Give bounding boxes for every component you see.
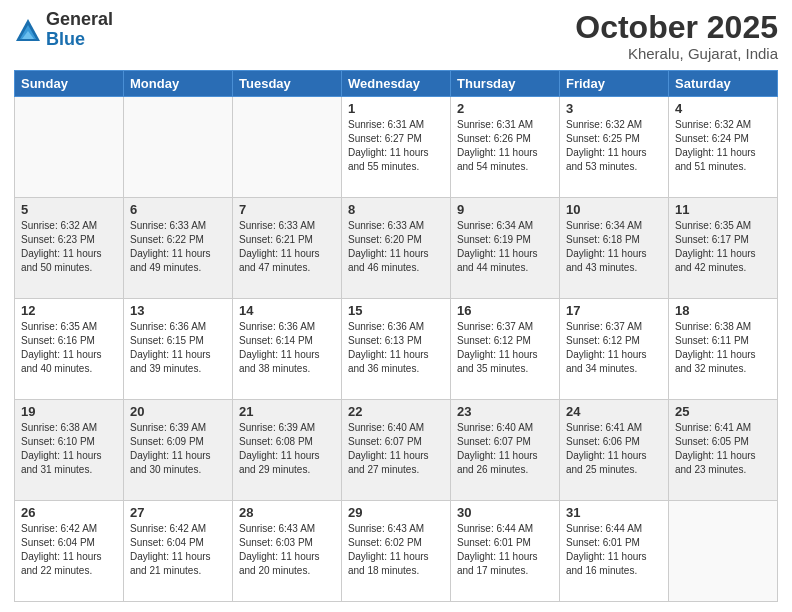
table-row bbox=[15, 97, 124, 198]
header-saturday: Saturday bbox=[669, 71, 778, 97]
day-number: 24 bbox=[566, 404, 662, 419]
table-row: 17Sunrise: 6:37 AM Sunset: 6:12 PM Dayli… bbox=[560, 299, 669, 400]
day-number: 17 bbox=[566, 303, 662, 318]
day-number: 15 bbox=[348, 303, 444, 318]
day-number: 14 bbox=[239, 303, 335, 318]
page: General Blue October 2025 Kheralu, Gujar… bbox=[0, 0, 792, 612]
day-info: Sunrise: 6:36 AM Sunset: 6:13 PM Dayligh… bbox=[348, 320, 444, 376]
day-number: 1 bbox=[348, 101, 444, 116]
day-info: Sunrise: 6:33 AM Sunset: 6:21 PM Dayligh… bbox=[239, 219, 335, 275]
header-friday: Friday bbox=[560, 71, 669, 97]
table-row: 12Sunrise: 6:35 AM Sunset: 6:16 PM Dayli… bbox=[15, 299, 124, 400]
table-row: 27Sunrise: 6:42 AM Sunset: 6:04 PM Dayli… bbox=[124, 501, 233, 602]
day-number: 3 bbox=[566, 101, 662, 116]
header-wednesday: Wednesday bbox=[342, 71, 451, 97]
table-row: 1Sunrise: 6:31 AM Sunset: 6:27 PM Daylig… bbox=[342, 97, 451, 198]
table-row: 5Sunrise: 6:32 AM Sunset: 6:23 PM Daylig… bbox=[15, 198, 124, 299]
table-row: 2Sunrise: 6:31 AM Sunset: 6:26 PM Daylig… bbox=[451, 97, 560, 198]
day-info: Sunrise: 6:40 AM Sunset: 6:07 PM Dayligh… bbox=[348, 421, 444, 477]
day-number: 30 bbox=[457, 505, 553, 520]
logo: General Blue bbox=[14, 10, 113, 50]
day-number: 31 bbox=[566, 505, 662, 520]
table-row: 16Sunrise: 6:37 AM Sunset: 6:12 PM Dayli… bbox=[451, 299, 560, 400]
table-row: 3Sunrise: 6:32 AM Sunset: 6:25 PM Daylig… bbox=[560, 97, 669, 198]
table-row: 22Sunrise: 6:40 AM Sunset: 6:07 PM Dayli… bbox=[342, 400, 451, 501]
day-info: Sunrise: 6:35 AM Sunset: 6:16 PM Dayligh… bbox=[21, 320, 117, 376]
table-row: 10Sunrise: 6:34 AM Sunset: 6:18 PM Dayli… bbox=[560, 198, 669, 299]
day-info: Sunrise: 6:31 AM Sunset: 6:27 PM Dayligh… bbox=[348, 118, 444, 174]
header-sunday: Sunday bbox=[15, 71, 124, 97]
header-thursday: Thursday bbox=[451, 71, 560, 97]
day-info: Sunrise: 6:34 AM Sunset: 6:19 PM Dayligh… bbox=[457, 219, 553, 275]
day-number: 2 bbox=[457, 101, 553, 116]
day-number: 16 bbox=[457, 303, 553, 318]
day-info: Sunrise: 6:36 AM Sunset: 6:15 PM Dayligh… bbox=[130, 320, 226, 376]
table-row bbox=[669, 501, 778, 602]
table-row: 4Sunrise: 6:32 AM Sunset: 6:24 PM Daylig… bbox=[669, 97, 778, 198]
table-row: 25Sunrise: 6:41 AM Sunset: 6:05 PM Dayli… bbox=[669, 400, 778, 501]
day-info: Sunrise: 6:36 AM Sunset: 6:14 PM Dayligh… bbox=[239, 320, 335, 376]
day-number: 6 bbox=[130, 202, 226, 217]
table-row: 13Sunrise: 6:36 AM Sunset: 6:15 PM Dayli… bbox=[124, 299, 233, 400]
calendar-week-row: 12Sunrise: 6:35 AM Sunset: 6:16 PM Dayli… bbox=[15, 299, 778, 400]
table-row bbox=[124, 97, 233, 198]
day-number: 26 bbox=[21, 505, 117, 520]
day-info: Sunrise: 6:41 AM Sunset: 6:06 PM Dayligh… bbox=[566, 421, 662, 477]
day-number: 20 bbox=[130, 404, 226, 419]
title-block: October 2025 Kheralu, Gujarat, India bbox=[575, 10, 778, 62]
header-tuesday: Tuesday bbox=[233, 71, 342, 97]
day-info: Sunrise: 6:31 AM Sunset: 6:26 PM Dayligh… bbox=[457, 118, 553, 174]
day-number: 11 bbox=[675, 202, 771, 217]
day-info: Sunrise: 6:42 AM Sunset: 6:04 PM Dayligh… bbox=[130, 522, 226, 578]
day-info: Sunrise: 6:42 AM Sunset: 6:04 PM Dayligh… bbox=[21, 522, 117, 578]
table-row: 19Sunrise: 6:38 AM Sunset: 6:10 PM Dayli… bbox=[15, 400, 124, 501]
day-number: 10 bbox=[566, 202, 662, 217]
day-info: Sunrise: 6:34 AM Sunset: 6:18 PM Dayligh… bbox=[566, 219, 662, 275]
logo-icon bbox=[14, 17, 42, 45]
table-row: 11Sunrise: 6:35 AM Sunset: 6:17 PM Dayli… bbox=[669, 198, 778, 299]
header-monday: Monday bbox=[124, 71, 233, 97]
location: Kheralu, Gujarat, India bbox=[575, 45, 778, 62]
table-row: 26Sunrise: 6:42 AM Sunset: 6:04 PM Dayli… bbox=[15, 501, 124, 602]
day-info: Sunrise: 6:33 AM Sunset: 6:20 PM Dayligh… bbox=[348, 219, 444, 275]
table-row: 15Sunrise: 6:36 AM Sunset: 6:13 PM Dayli… bbox=[342, 299, 451, 400]
calendar-week-row: 1Sunrise: 6:31 AM Sunset: 6:27 PM Daylig… bbox=[15, 97, 778, 198]
day-info: Sunrise: 6:32 AM Sunset: 6:24 PM Dayligh… bbox=[675, 118, 771, 174]
table-row: 20Sunrise: 6:39 AM Sunset: 6:09 PM Dayli… bbox=[124, 400, 233, 501]
table-row: 7Sunrise: 6:33 AM Sunset: 6:21 PM Daylig… bbox=[233, 198, 342, 299]
day-info: Sunrise: 6:44 AM Sunset: 6:01 PM Dayligh… bbox=[457, 522, 553, 578]
table-row bbox=[233, 97, 342, 198]
day-number: 4 bbox=[675, 101, 771, 116]
day-info: Sunrise: 6:44 AM Sunset: 6:01 PM Dayligh… bbox=[566, 522, 662, 578]
day-number: 13 bbox=[130, 303, 226, 318]
table-row: 14Sunrise: 6:36 AM Sunset: 6:14 PM Dayli… bbox=[233, 299, 342, 400]
table-row: 24Sunrise: 6:41 AM Sunset: 6:06 PM Dayli… bbox=[560, 400, 669, 501]
day-number: 29 bbox=[348, 505, 444, 520]
logo-general-text: General bbox=[46, 10, 113, 30]
header: General Blue October 2025 Kheralu, Gujar… bbox=[14, 10, 778, 62]
table-row: 29Sunrise: 6:43 AM Sunset: 6:02 PM Dayli… bbox=[342, 501, 451, 602]
table-row: 18Sunrise: 6:38 AM Sunset: 6:11 PM Dayli… bbox=[669, 299, 778, 400]
day-info: Sunrise: 6:43 AM Sunset: 6:03 PM Dayligh… bbox=[239, 522, 335, 578]
day-number: 7 bbox=[239, 202, 335, 217]
table-row: 31Sunrise: 6:44 AM Sunset: 6:01 PM Dayli… bbox=[560, 501, 669, 602]
day-info: Sunrise: 6:38 AM Sunset: 6:11 PM Dayligh… bbox=[675, 320, 771, 376]
logo-blue-text: Blue bbox=[46, 30, 113, 50]
table-row: 23Sunrise: 6:40 AM Sunset: 6:07 PM Dayli… bbox=[451, 400, 560, 501]
day-number: 22 bbox=[348, 404, 444, 419]
day-number: 23 bbox=[457, 404, 553, 419]
calendar-week-row: 26Sunrise: 6:42 AM Sunset: 6:04 PM Dayli… bbox=[15, 501, 778, 602]
day-number: 9 bbox=[457, 202, 553, 217]
day-number: 28 bbox=[239, 505, 335, 520]
logo-text: General Blue bbox=[46, 10, 113, 50]
month-title: October 2025 bbox=[575, 10, 778, 45]
day-number: 12 bbox=[21, 303, 117, 318]
day-info: Sunrise: 6:32 AM Sunset: 6:23 PM Dayligh… bbox=[21, 219, 117, 275]
day-info: Sunrise: 6:43 AM Sunset: 6:02 PM Dayligh… bbox=[348, 522, 444, 578]
table-row: 28Sunrise: 6:43 AM Sunset: 6:03 PM Dayli… bbox=[233, 501, 342, 602]
day-info: Sunrise: 6:37 AM Sunset: 6:12 PM Dayligh… bbox=[566, 320, 662, 376]
day-info: Sunrise: 6:32 AM Sunset: 6:25 PM Dayligh… bbox=[566, 118, 662, 174]
table-row: 21Sunrise: 6:39 AM Sunset: 6:08 PM Dayli… bbox=[233, 400, 342, 501]
day-number: 18 bbox=[675, 303, 771, 318]
day-info: Sunrise: 6:39 AM Sunset: 6:08 PM Dayligh… bbox=[239, 421, 335, 477]
